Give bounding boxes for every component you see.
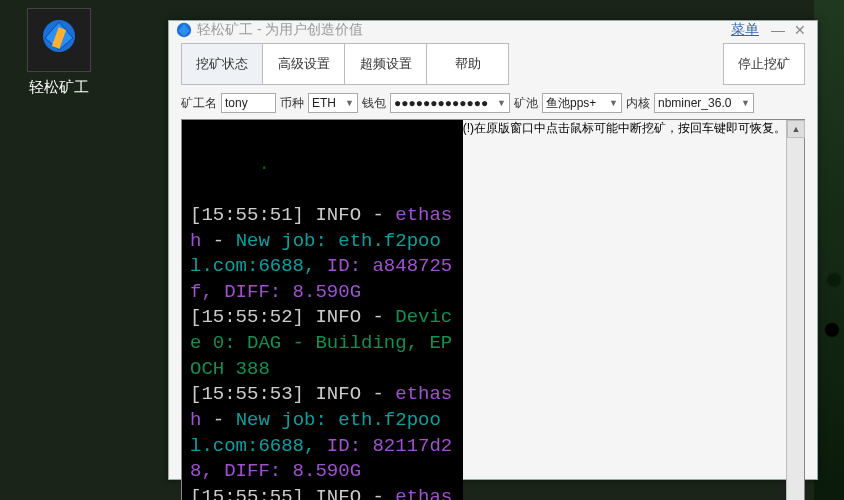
coin-label: 币种 — [280, 95, 304, 112]
kernel-select[interactable]: nbminer_36.0▼ — [654, 93, 754, 113]
tab-mining-status[interactable]: 挖矿状态 — [181, 43, 263, 85]
desktop-icon[interactable]: 轻松矿工 — [14, 8, 104, 97]
desktop-icon-label: 轻松矿工 — [14, 78, 104, 97]
stop-mining-button[interactable]: 停止挖矿 — [723, 43, 805, 85]
pool-label: 矿池 — [514, 95, 538, 112]
terminal-panel: . [15:55:51] INFO - ethash - New job: et… — [181, 119, 805, 500]
app-logo-icon — [175, 21, 193, 39]
coin-select[interactable]: ETH▼ — [308, 93, 358, 113]
log-line: [15:55:52] INFO - Device 0: DAG - Buildi… — [190, 305, 455, 382]
terminal-output[interactable]: . [15:55:51] INFO - ethash - New job: et… — [182, 120, 463, 500]
kernel-label: 内核 — [626, 95, 650, 112]
log-line: [15:55:51] INFO - ethash - New job: eth.… — [190, 203, 455, 306]
scroll-up-icon[interactable]: ▲ — [787, 120, 805, 138]
close-button[interactable]: ✕ — [789, 22, 811, 38]
tab-advanced-settings[interactable]: 高级设置 — [263, 43, 345, 85]
chevron-down-icon: ▼ — [741, 98, 750, 108]
worker-label: 矿工名 — [181, 95, 217, 112]
desktop-background — [814, 0, 844, 500]
app-icon — [27, 8, 91, 72]
tab-overclock-settings[interactable]: 超频设置 — [345, 43, 427, 85]
menu-link[interactable]: 菜单 — [731, 21, 759, 39]
tab-help[interactable]: 帮助 — [427, 43, 509, 85]
pool-select[interactable]: 鱼池pps+▼ — [542, 93, 622, 113]
field-row: 矿工名 币种 ETH▼ 钱包 ●●●●●●●●●●●●●▼ 矿池 鱼池pps+▼… — [169, 93, 817, 119]
minimize-button[interactable]: ― — [767, 22, 789, 38]
wallet-select[interactable]: ●●●●●●●●●●●●●▼ — [390, 93, 510, 113]
chevron-down-icon: ▼ — [609, 98, 618, 108]
titlebar: 轻松矿工 - 为用户创造价值 菜单 ― ✕ — [169, 21, 817, 39]
chevron-down-icon: ▼ — [497, 98, 506, 108]
toolbar: 挖矿状态 高级设置 超频设置 帮助 停止挖矿 — [169, 39, 817, 93]
window-title: 轻松矿工 - 为用户创造价值 — [197, 21, 363, 39]
log-line: [15:55:55] INFO - ethash - New job: eth.… — [190, 485, 455, 500]
chevron-down-icon: ▼ — [345, 98, 354, 108]
wallet-label: 钱包 — [362, 95, 386, 112]
worker-input[interactable] — [221, 93, 276, 113]
terminal-hint: (!)在原版窗口中点击鼠标可能中断挖矿，按回车键即可恢复。 — [463, 120, 786, 500]
log-line: [15:55:53] INFO - ethash - New job: eth.… — [190, 382, 455, 485]
app-window: 轻松矿工 - 为用户创造价值 菜单 ― ✕ 挖矿状态 高级设置 超频设置 帮助 … — [168, 20, 818, 480]
scrollbar[interactable]: ▲ ▼ — [786, 120, 804, 500]
